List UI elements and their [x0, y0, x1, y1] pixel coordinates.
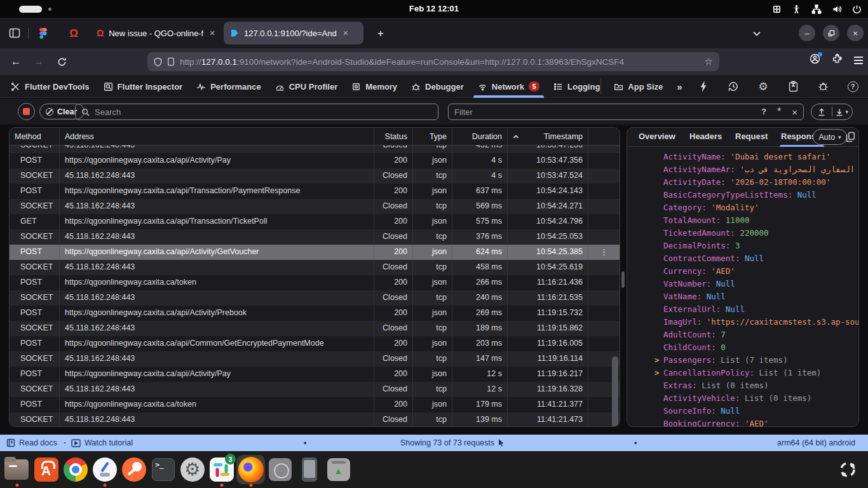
- table-row[interactable]: SOCKET45.118.162.248:443Closedtcp569 ms1…: [10, 199, 620, 214]
- outer-scrollbar[interactable]: [621, 271, 625, 288]
- table-row[interactable]: SOCKET45.118.162.248:443Closedtcp147 ms1…: [10, 351, 620, 367]
- table-row[interactable]: SOCKET45.118.162.248:443Closedtcp139 ms1…: [10, 412, 620, 427]
- page-info-icon[interactable]: [167, 57, 175, 66]
- dock-item-postman[interactable]: [120, 452, 147, 487]
- response-property[interactable]: >CancellationPolicy: List (1 item): [627, 367, 859, 379]
- column-header-method[interactable]: Method: [10, 128, 60, 145]
- system-clock[interactable]: Feb 12 12:01: [0, 0, 868, 18]
- import-button[interactable]: [811, 108, 832, 116]
- devtools-tab-devtools[interactable]: Flutter DevTools: [4, 75, 97, 98]
- accessibility-icon[interactable]: [792, 4, 801, 14]
- dock-item-terminal[interactable]: [149, 452, 177, 487]
- extensions-puzzle-icon[interactable]: [832, 53, 843, 67]
- table-row[interactable]: POSThttps://qgoonlinegway.caxita.ca/api/…: [10, 336, 620, 351]
- inspector-tab-overview[interactable]: Overview: [639, 128, 675, 147]
- back-button[interactable]: ←: [8, 53, 24, 70]
- dock-item-slack[interactable]: 3: [208, 452, 235, 487]
- pinned-tab-project[interactable]: Ω: [65, 25, 82, 41]
- firefox-view-button[interactable]: [5, 24, 24, 42]
- column-header-status[interactable]: Status: [374, 128, 413, 145]
- tab-close-icon[interactable]: ×: [210, 28, 215, 38]
- search-input[interactable]: [95, 107, 432, 117]
- bug-report-icon[interactable]: [816, 79, 830, 93]
- watch-tutorial-link[interactable]: Watch tutorial: [71, 435, 133, 451]
- devtools-tab-cpu[interactable]: CPU Profiler: [268, 75, 345, 98]
- stop-recording-button[interactable]: [18, 103, 35, 120]
- network-tree-icon[interactable]: [811, 4, 822, 14]
- browser-tab-devtools-active[interactable]: 127.0.0.1:9100/?ide=And ×: [224, 22, 363, 44]
- keyboard-layout-icon[interactable]: [772, 4, 782, 14]
- feedback-report-icon[interactable]: [786, 79, 800, 93]
- read-docs-link[interactable]: Read docs: [6, 435, 57, 451]
- filter-help-icon[interactable]: ?: [761, 107, 766, 116]
- dock-item-chrome[interactable]: [62, 452, 89, 487]
- account-icon[interactable]: [810, 53, 820, 67]
- dock-item-files[interactable]: [3, 452, 31, 487]
- forward-button[interactable]: →: [31, 53, 47, 70]
- menu-hamburger-icon[interactable]: [854, 57, 863, 64]
- devtools-tab-inspector[interactable]: Flutter Inspector: [97, 75, 190, 98]
- table-row[interactable]: SOCKET45.118.162.248:443Closedtcp376 ms1…: [10, 229, 620, 245]
- reload-button[interactable]: [53, 53, 70, 70]
- filter-field[interactable]: ? * ×: [448, 104, 804, 120]
- dock-item-settings[interactable]: [179, 452, 206, 487]
- dock-item-android-studio[interactable]: [91, 452, 118, 487]
- history-icon[interactable]: [726, 79, 740, 93]
- window-close-button[interactable]: ×: [847, 25, 864, 41]
- table-row[interactable]: GEThttps://qgoonlinegway.caxita.ca/api/T…: [10, 214, 620, 229]
- filter-regex-icon[interactable]: *: [777, 109, 781, 115]
- table-scrollbar[interactable]: [612, 356, 618, 427]
- list-tabs-chevron-icon[interactable]: [752, 28, 761, 39]
- dock-item-app-center[interactable]: [32, 452, 60, 487]
- bookmark-star-icon[interactable]: ☆: [705, 56, 713, 67]
- url-text[interactable]: http://127.0.0.1:9100/network?ide=Androi…: [180, 57, 700, 67]
- hot-reload-lightning-icon[interactable]: [696, 79, 710, 93]
- table-row[interactable]: SOCKET45.118.162.248:443Closedtcp240 ms1…: [10, 290, 620, 306]
- dock-item-device-emulator[interactable]: [295, 452, 323, 487]
- devtools-tab-performance[interactable]: Performance: [189, 75, 268, 98]
- column-header-timestamp[interactable]: Timestamp: [508, 128, 588, 145]
- help-icon[interactable]: ?: [846, 79, 860, 93]
- encoding-dropdown[interactable]: Auto ▾: [813, 129, 847, 145]
- tab-close-icon[interactable]: ×: [343, 28, 348, 38]
- dock-item-firefox[interactable]: [237, 452, 264, 487]
- window-maximize-button[interactable]: [823, 25, 839, 41]
- devtools-tab-overflow[interactable]: »: [670, 75, 689, 98]
- table-row[interactable]: POSThttps://qgoonlinegway.caxita.ca/api/…: [10, 306, 620, 321]
- settings-gear-icon[interactable]: ⚙: [756, 79, 770, 93]
- devtools-tab-appsize[interactable]: App Size: [607, 75, 670, 98]
- table-row[interactable]: POSThttps://qgoonlinegway.caxita.ca/toke…: [10, 397, 620, 412]
- export-button[interactable]: ▾: [832, 108, 853, 116]
- power-icon[interactable]: [852, 4, 862, 14]
- shield-icon[interactable]: [154, 57, 162, 67]
- table-row[interactable]: POSThttps://qgoonlinegway.caxita.ca/api/…: [10, 153, 620, 168]
- column-header-address[interactable]: Address: [60, 128, 374, 145]
- table-row[interactable]: POSThttps://qgoonlinegway.caxita.ca/api/…: [10, 367, 620, 382]
- devtools-tab-memory[interactable]: Memory: [344, 75, 404, 98]
- browser-tab-issue[interactable]: Ω New issue - QGO-online-f ×: [90, 22, 221, 44]
- devtools-tab-debugger[interactable]: Debugger: [404, 75, 471, 98]
- column-header-type[interactable]: Type: [413, 128, 452, 145]
- new-tab-button[interactable]: +: [374, 27, 388, 41]
- show-apps-button[interactable]: [835, 457, 860, 482]
- devtools-tab-logging[interactable]: Logging: [546, 75, 607, 98]
- search-field[interactable]: [75, 104, 438, 120]
- dock-item-trash[interactable]: [325, 452, 352, 487]
- inspector-tab-headers[interactable]: Headers: [689, 128, 722, 147]
- url-bar[interactable]: http://127.0.0.1:9100/network?ide=Androi…: [147, 52, 719, 71]
- inspector-tab-request[interactable]: Request: [735, 128, 768, 147]
- filter-clear-icon[interactable]: ×: [792, 107, 797, 118]
- table-row[interactable]: SOCKET45.118.162.248:443Closedtcp189 ms1…: [10, 321, 620, 336]
- table-row[interactable]: POSThttps://qgoonlinegway.caxita.ca/api/…: [10, 245, 620, 260]
- table-row[interactable]: POSThttps://qgoonlinegway.caxita.ca/api/…: [10, 184, 620, 199]
- copy-icon[interactable]: [846, 132, 855, 145]
- response-property[interactable]: >Passengers: List (7 items): [627, 354, 859, 367]
- table-row[interactable]: SOCKET45.118.162.248:443Closedtcp12 s11:…: [10, 382, 620, 397]
- table-row[interactable]: SOCKET45.118.162.248:443Closedtcp458 ms1…: [10, 260, 620, 275]
- table-row[interactable]: SOCKET45.118.162.248:443Closedtcp4 s10:5…: [10, 168, 620, 184]
- column-header-duration[interactable]: Duration: [452, 128, 508, 145]
- window-minimize-button[interactable]: –: [799, 25, 815, 41]
- pinned-tab-figma[interactable]: [35, 25, 51, 41]
- expand-chevron-icon[interactable]: >: [654, 354, 660, 367]
- table-row[interactable]: POSThttps://qgoonlinegway.caxita.ca/toke…: [10, 275, 620, 290]
